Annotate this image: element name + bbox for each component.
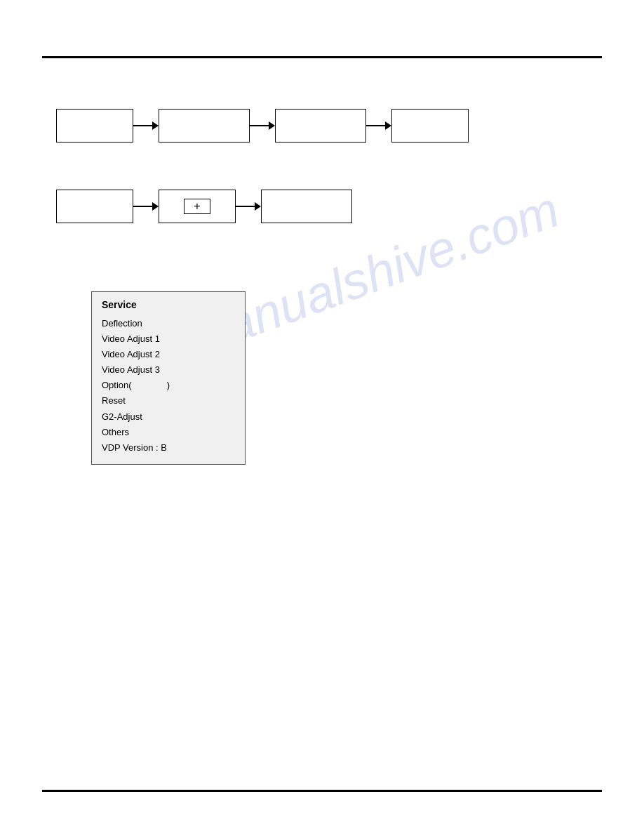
service-item-g2-adjust[interactable]: G2-Adjust (102, 409, 235, 425)
diagram-row2: + (56, 190, 352, 223)
top-border (42, 56, 602, 58)
arrow-5 (236, 202, 261, 211)
diagram-box-a (56, 190, 133, 223)
arrow-4 (133, 202, 159, 211)
service-menu: Service Deflection Video Adjust 1 Video … (91, 291, 246, 465)
diagram-box-c (261, 190, 352, 223)
arrow-1 (133, 121, 159, 130)
diagram-box-2 (159, 109, 250, 143)
bottom-border (42, 790, 602, 792)
service-item-vdp-version: VDP Version : B (102, 440, 235, 456)
plus-symbol: + (194, 200, 200, 213)
arrow-2 (250, 121, 275, 130)
service-item-reset[interactable]: Reset (102, 393, 235, 409)
inner-plus-box: + (184, 199, 210, 214)
service-item-video-adjust-3[interactable]: Video Adjust 3 (102, 362, 235, 378)
service-item-option[interactable]: Option( ) (102, 378, 235, 393)
arrow-3 (366, 121, 391, 130)
diagram-row1 (56, 109, 469, 143)
diagram-box-3 (275, 109, 366, 143)
service-item-deflection[interactable]: Deflection (102, 316, 235, 331)
service-item-video-adjust-1[interactable]: Video Adjust 1 (102, 331, 235, 347)
diagram-box-4 (391, 109, 469, 143)
diagram-box-1 (56, 109, 133, 143)
service-item-video-adjust-2[interactable]: Video Adjust 2 (102, 347, 235, 362)
service-item-others[interactable]: Others (102, 425, 235, 440)
diagram-box-b: + (159, 190, 236, 223)
service-menu-title: Service (102, 299, 235, 310)
